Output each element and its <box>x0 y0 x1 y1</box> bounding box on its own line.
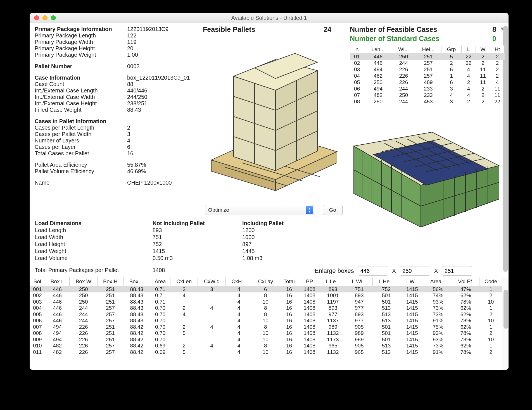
solutions-table-row[interactable]: 00849422625188.420.705410161408113298950… <box>30 330 502 337</box>
solutions-cell: 4 <box>226 318 252 324</box>
solutions-cell: 1408 <box>299 299 320 305</box>
enlarge-z-input[interactable] <box>442 266 472 276</box>
cases-table-row[interactable]: 0525022648962114 <box>350 79 505 85</box>
solutions-cell: 244 <box>70 305 98 311</box>
solutions-cell: 88.43 <box>123 318 150 324</box>
iecl-value: 440/446 <box>127 87 198 94</box>
solutions-table-row[interactable]: 00344625025188.430.714101614081197947501… <box>30 299 502 305</box>
solutions-cell: 501 <box>372 324 400 330</box>
cases-table-row[interactable]: 0825024445332222 <box>350 98 505 105</box>
iecl-label: Int./External Case Length <box>35 87 127 94</box>
solutions-cell: 5 <box>170 349 198 356</box>
solutions-column-header[interactable]: Vol Ef. <box>452 277 479 286</box>
solutions-scrollbar[interactable] <box>502 277 509 370</box>
solutions-cell: 250 <box>70 286 98 292</box>
solutions-cell: 947 <box>346 299 372 305</box>
solutions-table-row[interactable]: 01048222625788.420.692448161408965905513… <box>30 343 502 349</box>
optimize-select[interactable]: Optimize ▲▼ <box>205 205 314 215</box>
solutions-cell: 10 <box>252 330 279 337</box>
solutions-column-header[interactable]: Area <box>150 277 170 286</box>
solutions-column-header[interactable]: Area... <box>424 277 452 286</box>
solutions-column-header[interactable]: Total <box>279 277 299 286</box>
solutions-cell: 501 <box>372 337 400 343</box>
solutions-cell: 88.42 <box>123 343 150 349</box>
pallet-number-value: 0002 <box>127 63 198 70</box>
solutions-column-header[interactable]: CxLay <box>252 277 279 286</box>
solutions-column-header[interactable]: PP <box>299 277 320 286</box>
cases-column-header[interactable]: W <box>476 46 490 53</box>
name-label: Name <box>35 180 127 186</box>
solutions-table-row[interactable]: 00244625025188.430.714481614081001893501… <box>30 292 502 299</box>
solutions-table-row[interactable]: 00949422625188.420.704101614081173989501… <box>30 337 502 343</box>
solutions-table-row[interactable]: 01148222625788.420.695410161408113296551… <box>30 349 502 356</box>
cases-column-header[interactable]: Ht <box>490 46 504 53</box>
solutions-column-header[interactable]: CxH... <box>226 277 252 286</box>
solutions-table-row[interactable]: 00544624425788.430.704481614089778935131… <box>30 311 502 318</box>
solutions-column-header[interactable]: Box ... <box>123 277 150 286</box>
cases-table-row[interactable]: 0649424423334211 <box>350 85 505 92</box>
solutions-column-header[interactable]: CxLen <box>170 277 198 286</box>
solutions-column-header[interactable]: Box H <box>98 277 124 286</box>
solutions-cell: 1 <box>479 324 502 330</box>
cases-table-row[interactable]: 0244624425722222 <box>350 60 505 66</box>
solutions-column-header[interactable]: Box W <box>70 277 98 286</box>
solutions-cell: 1415 <box>400 292 424 299</box>
content: Primary Package Information12201192013C9… <box>30 23 509 370</box>
load-row: Load Volume0.50 m31.08 m3 <box>35 255 340 262</box>
solutions-cell: 0.71 <box>150 292 170 299</box>
solutions-table[interactable]: SolBox LBox WBox HBox ...AreaCxLenCxWidC… <box>30 277 502 355</box>
cases-table[interactable]: nLen...Wi...Hei...GrpLWHt 01446250251522… <box>350 46 505 105</box>
cases-cell: 453 <box>415 98 441 105</box>
load-header-2: Not Including Pallet <box>152 220 242 227</box>
solutions-cell: 88.42 <box>123 349 150 356</box>
cases-table-row[interactable]: 0144625025152222 <box>350 53 505 60</box>
cases-table-row[interactable]: 0448222625714112 <box>350 73 505 79</box>
solutions-column-header[interactable]: L He... <box>372 277 400 286</box>
solutions-column-header[interactable]: L Le... <box>320 277 346 286</box>
cases-column-header[interactable]: Hei... <box>415 46 441 53</box>
disclosure-icon[interactable]: ▼ <box>500 26 505 32</box>
solutions-cell: 1408 <box>299 337 320 343</box>
solutions-column-header[interactable]: Box L <box>45 277 70 286</box>
solutions-cell: 6 <box>252 286 279 292</box>
solutions-cell: 10 <box>479 337 502 343</box>
solutions-cell: 977 <box>346 318 372 324</box>
solutions-scroll-thumb[interactable] <box>504 290 508 329</box>
solutions-column-header[interactable]: L W... <box>400 277 424 286</box>
go-button[interactable]: Go <box>323 205 343 215</box>
cases-cell: 226 <box>392 66 415 73</box>
enlarge-x-input[interactable] <box>358 266 388 276</box>
solutions-table-row[interactable]: 00444624425788.430.702448161408893977513… <box>30 305 502 311</box>
select-stepper-icon: ▲▼ <box>306 206 313 214</box>
solutions-cell: 16 <box>279 286 299 292</box>
solutions-cell: 2 <box>170 324 198 330</box>
cases-cell: 250 <box>392 92 415 98</box>
solutions-cell: 751 <box>346 286 372 292</box>
cases-column-header[interactable]: Len... <box>364 46 392 53</box>
cases-table-row[interactable]: 0349422625164112 <box>350 66 505 73</box>
solutions-cell: 10 <box>479 318 502 324</box>
load-cell: 1000 <box>242 234 340 241</box>
solutions-column-header[interactable]: Sol <box>30 277 45 286</box>
solutions-cell: 1408 <box>299 318 320 324</box>
solutions-column-header[interactable]: L Wi... <box>346 277 372 286</box>
solutions-cell: 4 <box>226 292 252 299</box>
cases-column-header[interactable]: n <box>350 46 364 53</box>
cpw-value: 3 <box>127 131 198 137</box>
solutions-table-row[interactable]: 00749422625188.420.702448161408989905501… <box>30 324 502 330</box>
cases-column-header[interactable]: L <box>461 46 476 53</box>
standard-cases-label: Number of Standard Cases <box>350 35 440 43</box>
solutions-column-header[interactable]: CxWid <box>198 277 226 286</box>
enlarge-y-input[interactable] <box>400 266 430 276</box>
solutions-cell: 004 <box>30 305 45 311</box>
solutions-column-header[interactable]: Code <box>479 277 502 286</box>
cases-column-header[interactable]: Grp <box>441 46 462 53</box>
solutions-table-row[interactable]: 00144625025188.430.712346161408893751752… <box>30 286 502 292</box>
solutions-cell: 0.70 <box>150 330 170 337</box>
cases-table-row[interactable]: 0748225023344211 <box>350 92 505 98</box>
solutions-cell: 226 <box>70 349 98 356</box>
solutions-table-row[interactable]: 00644624425788.430.704101614081137977513… <box>30 318 502 324</box>
cases-column-header[interactable]: Wi... <box>392 46 415 53</box>
cases-cell: 11 <box>490 92 504 98</box>
load-cell: 0.50 m3 <box>152 255 242 262</box>
